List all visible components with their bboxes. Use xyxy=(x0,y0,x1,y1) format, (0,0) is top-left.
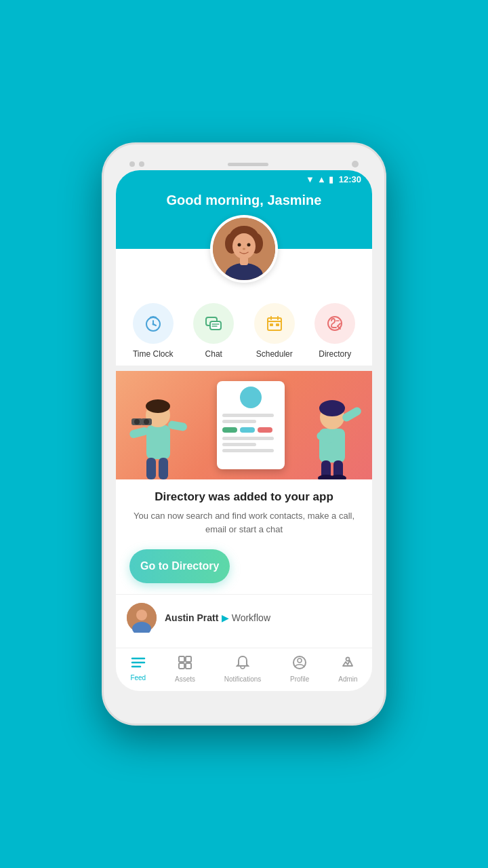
action-time-clock[interactable]: Time Clock xyxy=(133,303,174,359)
phone-dot xyxy=(129,161,135,167)
activity-row: Austin Pratt ▶ Workflow xyxy=(116,594,372,641)
svg-rect-55 xyxy=(186,656,191,662)
nav-admin[interactable]: Admin xyxy=(333,654,363,684)
notifications-icon xyxy=(236,655,249,673)
scheduler-label: Scheduler xyxy=(256,349,293,359)
phone-frame: ▼ ▲ ▮ 12:30 Good morning, Jasmine xyxy=(102,142,386,726)
svg-rect-37 xyxy=(146,458,156,479)
battery-icon: ▮ xyxy=(329,174,333,184)
profile-icon xyxy=(292,655,307,673)
svg-rect-32 xyxy=(167,420,188,432)
svg-point-6 xyxy=(247,243,251,247)
card-dots xyxy=(222,427,279,433)
admin-icon xyxy=(340,655,355,673)
quick-actions: Time Clock Chat xyxy=(116,290,372,366)
svg-rect-31 xyxy=(129,427,149,439)
time-clock-icon-circle xyxy=(133,303,174,344)
svg-rect-23 xyxy=(276,323,279,326)
admin-nav-label: Admin xyxy=(338,675,357,683)
nav-profile[interactable]: Profile xyxy=(285,654,314,684)
go-to-directory-button[interactable]: Go to Directory xyxy=(129,549,230,583)
avatar[interactable] xyxy=(213,218,275,280)
action-directory[interactable]: Directory xyxy=(314,303,355,359)
avatar-container xyxy=(210,215,278,283)
phone-slot xyxy=(228,163,268,166)
feed-nav-label: Feed xyxy=(130,674,146,682)
svg-point-49 xyxy=(136,610,147,620)
banner-text: Directory was added to your app You can … xyxy=(116,479,372,541)
phone-top-bar xyxy=(116,157,372,170)
phone-speaker xyxy=(352,161,359,167)
svg-point-7 xyxy=(243,248,245,250)
person-left-illustration xyxy=(126,384,194,479)
main-content: Time Clock Chat xyxy=(116,249,372,648)
svg-rect-54 xyxy=(179,656,184,662)
card-line xyxy=(222,420,256,423)
banner-image xyxy=(116,371,372,479)
card-dot-green xyxy=(222,427,237,433)
action-scheduler[interactable]: Scheduler xyxy=(254,303,295,359)
directory-icon-circle xyxy=(314,303,355,344)
svg-point-30 xyxy=(146,399,170,413)
nav-notifications[interactable]: Notifications xyxy=(219,654,266,684)
svg-point-5 xyxy=(238,243,241,247)
card-avatar-circle xyxy=(240,387,262,408)
feed-icon xyxy=(131,656,146,672)
profile-nav-label: Profile xyxy=(290,675,309,683)
card-line xyxy=(222,443,256,446)
time-display: 12:30 xyxy=(339,174,361,184)
banner-card: Directory was added to your app You can … xyxy=(116,371,372,583)
status-bar: ▼ ▲ ▮ 12:30 xyxy=(116,170,372,186)
activity-avatar xyxy=(127,603,157,633)
chat-icon-circle xyxy=(193,303,234,344)
app-header: Good morning, Jasmine xyxy=(116,186,372,249)
svg-rect-15 xyxy=(210,321,221,330)
directory-label: Directory xyxy=(319,349,351,359)
divider xyxy=(116,366,372,371)
action-chat[interactable]: Chat xyxy=(193,303,234,359)
svg-point-47 xyxy=(330,475,346,479)
svg-point-36 xyxy=(144,419,149,425)
svg-rect-9 xyxy=(240,257,248,265)
activity-arrow-icon: ▶ xyxy=(222,612,232,623)
person-right-illustration xyxy=(304,384,365,479)
card-line xyxy=(222,449,274,452)
banner-title: Directory was added to your app xyxy=(129,490,359,504)
card-dot-blue xyxy=(240,427,255,433)
bottom-nav: Feed Assets xyxy=(116,648,372,691)
svg-rect-38 xyxy=(159,458,168,479)
screen: ▼ ▲ ▮ 12:30 Good morning, Jasmine xyxy=(116,170,372,691)
assets-nav-label: Assets xyxy=(175,675,195,683)
svg-point-41 xyxy=(319,400,345,416)
notifications-nav-label: Notifications xyxy=(224,675,261,683)
svg-point-59 xyxy=(298,658,302,663)
svg-rect-28 xyxy=(146,425,170,459)
greeting-text: Good morning, Jasmine xyxy=(129,193,359,208)
card-dot-red xyxy=(258,427,272,433)
svg-rect-56 xyxy=(179,663,184,669)
svg-point-60 xyxy=(346,658,350,661)
wifi-icon: ▼ xyxy=(306,174,314,184)
banner-description: You can now search and find work contact… xyxy=(129,509,359,536)
nav-feed[interactable]: Feed xyxy=(125,655,151,683)
svg-point-13 xyxy=(152,323,154,326)
assets-icon xyxy=(178,655,192,673)
activity-info: Austin Pratt ▶ Workflow xyxy=(165,612,270,624)
card-mockup xyxy=(217,381,285,469)
svg-rect-57 xyxy=(186,663,191,669)
svg-rect-22 xyxy=(270,323,273,326)
status-icons: ▼ ▲ ▮ 12:30 xyxy=(306,174,361,184)
svg-point-4 xyxy=(232,233,256,259)
chat-label: Chat xyxy=(205,349,222,359)
scheduler-icon-circle xyxy=(254,303,295,344)
card-line xyxy=(222,437,274,440)
activity-action: Workflow xyxy=(232,612,270,623)
svg-point-35 xyxy=(134,419,140,425)
activity-name: Austin Pratt xyxy=(165,612,218,623)
avatar-bg xyxy=(210,215,278,283)
phone-dot xyxy=(139,161,144,167)
card-line xyxy=(222,414,274,417)
phone-dots xyxy=(129,161,144,167)
nav-assets[interactable]: Assets xyxy=(169,654,201,684)
time-clock-label: Time Clock xyxy=(133,349,174,359)
